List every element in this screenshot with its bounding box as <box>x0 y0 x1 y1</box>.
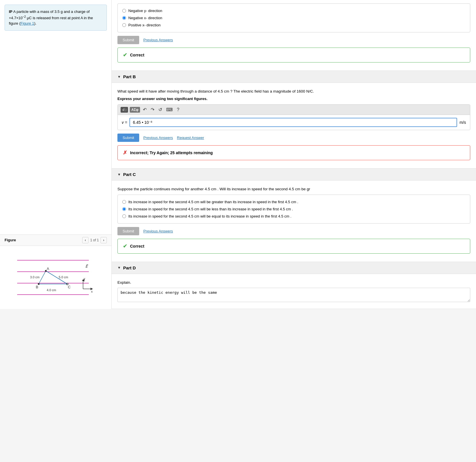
option-row: Its increase in speed for the second 4.5… <box>122 213 465 220</box>
math-unit: m/s <box>459 120 466 125</box>
part-d-body: Explain. because the kinetic energy will… <box>112 274 476 309</box>
svg-text:B: B <box>36 285 38 289</box>
svg-text:x: x <box>91 290 93 293</box>
option-positive-x-label: Positive x- direction <box>128 23 161 27</box>
sqrt-button[interactable]: √□ <box>121 107 128 113</box>
part-d-question: Explain. <box>117 280 470 285</box>
option-c-less-label: Its increase in speed for the second 4.5… <box>128 207 293 211</box>
svg-text:E⃗: E⃗ <box>85 264 88 268</box>
svg-text:y: y <box>84 277 85 280</box>
part-b-incorrect-box: ✗ Incorrect; Try Again; 25 attempts rema… <box>117 145 470 160</box>
problem-description: IP A particle with a mass of 3.5 g and a… <box>5 5 107 31</box>
help-button[interactable]: ? <box>176 107 180 113</box>
part-c-label: Part C <box>123 172 136 177</box>
option-positive-x-radio[interactable] <box>122 23 126 27</box>
svg-text:5.0 cm: 5.0 cm <box>59 275 68 279</box>
problem-text: A particle with a mass of 3.5 g and a ch… <box>9 9 93 26</box>
sigma-button[interactable]: AΣφ <box>130 107 140 113</box>
keyboard-button[interactable]: ⌨ <box>165 106 174 113</box>
option-row: Its increase in speed for the second 4.5… <box>122 198 465 205</box>
svg-text:A: A <box>47 267 49 271</box>
svg-text:C: C <box>68 285 70 289</box>
ip-label: IP <box>9 9 12 14</box>
option-row: Negative x- direction <box>122 14 465 21</box>
part-a-submit-button[interactable]: Submit <box>117 36 139 44</box>
svg-text:4.0 cm: 4.0 cm <box>47 288 56 292</box>
part-a-options: Negative y- direction Negative x- direct… <box>117 3 470 32</box>
math-input-row: v = m/s <box>118 115 470 130</box>
part-d-textarea[interactable]: because the kinetic energy will be the s… <box>117 288 470 302</box>
part-c-header[interactable]: ▼ Part C <box>112 169 476 181</box>
part-b-body: What speed will it have after moving thr… <box>112 83 476 168</box>
part-c-section: ▼ Part C Suppose the particle continues … <box>112 169 476 262</box>
part-d-label: Part D <box>123 265 136 270</box>
part-a-previous-answers-button[interactable]: Previous Answers <box>143 38 173 42</box>
math-label: v = <box>122 120 127 125</box>
figure-link[interactable]: Figure 1 <box>20 21 34 26</box>
svg-text:3.0 cm: 3.0 cm <box>30 275 40 279</box>
option-row: Its increase in speed for the second 4.5… <box>122 205 465 213</box>
figure-header: Figure ‹ 1 of 1 › <box>0 235 111 246</box>
figure-nav: ‹ 1 of 1 › <box>82 237 107 243</box>
option-negative-y-label: Negative y- direction <box>128 9 162 13</box>
figure-section: Figure ‹ 1 of 1 › <box>0 234 111 309</box>
part-b-submit-button[interactable]: Submit <box>117 134 139 142</box>
part-c-chevron: ▼ <box>117 173 121 177</box>
part-b-section: ▼ Part B What speed will it have after m… <box>112 71 476 169</box>
option-c-greater-label: Its increase in speed for the second 4.5… <box>128 200 298 204</box>
part-a-correct-label: Correct <box>130 53 144 57</box>
figure-page: 1 of 1 <box>90 238 99 242</box>
check-icon: ✔ <box>123 243 127 249</box>
check-icon: ✔ <box>123 52 127 58</box>
main-content: Negative y- direction Negative x- direct… <box>112 0 476 309</box>
option-row: Negative y- direction <box>122 7 465 14</box>
figure-title: Figure <box>5 238 16 242</box>
part-c-submit-button[interactable]: Submit <box>117 227 139 235</box>
figure-canvas: A B C 3.0 cm 5.0 cm 4.0 cm E⃗ y x <box>0 246 111 309</box>
part-b-request-answer-button[interactable]: Request Answer <box>177 136 204 140</box>
option-row: Positive x- direction <box>122 21 465 29</box>
part-b-math-container: √□ AΣφ ↶ ↷ ↺ ⌨ ? v = m/s <box>117 104 470 130</box>
part-a-bottom: Negative y- direction Negative x- direct… <box>112 0 476 71</box>
part-c-question: Suppose the particle continues moving fo… <box>117 186 470 192</box>
part-c-action-row: Submit Previous Answers <box>117 227 470 235</box>
figure-prev-button[interactable]: ‹ <box>82 237 88 243</box>
option-c-equal-label: Its increase in speed for the second 4.5… <box>128 214 291 218</box>
part-b-instruction: Express your answer using two significan… <box>117 97 470 101</box>
math-toolbar: √□ AΣφ ↶ ↷ ↺ ⌨ ? <box>118 105 470 115</box>
part-c-options: Its increase in speed for the second 4.5… <box>117 195 470 224</box>
svg-line-4 <box>39 271 46 284</box>
sidebar: IP A particle with a mass of 3.5 g and a… <box>0 0 112 309</box>
redo-button[interactable]: ↷ <box>150 106 156 113</box>
part-a-action-row: Submit Previous Answers <box>117 36 470 44</box>
option-c-equal-radio[interactable] <box>122 214 126 218</box>
math-input[interactable] <box>129 118 457 127</box>
part-b-header[interactable]: ▼ Part B <box>112 71 476 83</box>
figure-next-button[interactable]: › <box>101 237 107 243</box>
part-a-correct-box: ✔ Correct <box>117 48 470 62</box>
part-c-previous-answers-button[interactable]: Previous Answers <box>143 229 173 233</box>
part-b-label: Part B <box>123 74 136 79</box>
option-c-less-radio[interactable] <box>122 207 126 211</box>
part-d-chevron: ▼ <box>117 266 121 270</box>
x-icon: ✗ <box>123 150 127 156</box>
part-b-result-label: Incorrect; Try Again; 25 attempts remain… <box>130 150 213 155</box>
undo-button[interactable]: ↶ <box>142 106 148 113</box>
figure-diagram: A B C 3.0 cm 5.0 cm 4.0 cm E⃗ y x <box>14 252 97 303</box>
part-d-header[interactable]: ▼ Part D <box>112 262 476 274</box>
part-c-body: Suppose the particle continues moving fo… <box>112 181 476 261</box>
part-b-previous-answers-button[interactable]: Previous Answers <box>143 136 173 140</box>
part-b-question: What speed will it have after moving thr… <box>117 89 470 94</box>
part-b-chevron: ▼ <box>117 75 121 79</box>
option-negative-x-radio[interactable] <box>122 16 126 20</box>
part-d-section: ▼ Part D Explain. because the kinetic en… <box>112 262 476 309</box>
option-c-greater-radio[interactable] <box>122 200 126 204</box>
reset-button[interactable]: ↺ <box>157 106 163 113</box>
option-negative-y-radio[interactable] <box>122 9 126 13</box>
part-c-correct-label: Correct <box>130 244 144 248</box>
part-b-action-row: Submit Previous Answers Request Answer <box>117 134 470 142</box>
option-negative-x-label: Negative x- direction <box>128 16 162 20</box>
part-c-correct-box: ✔ Correct <box>117 239 470 254</box>
